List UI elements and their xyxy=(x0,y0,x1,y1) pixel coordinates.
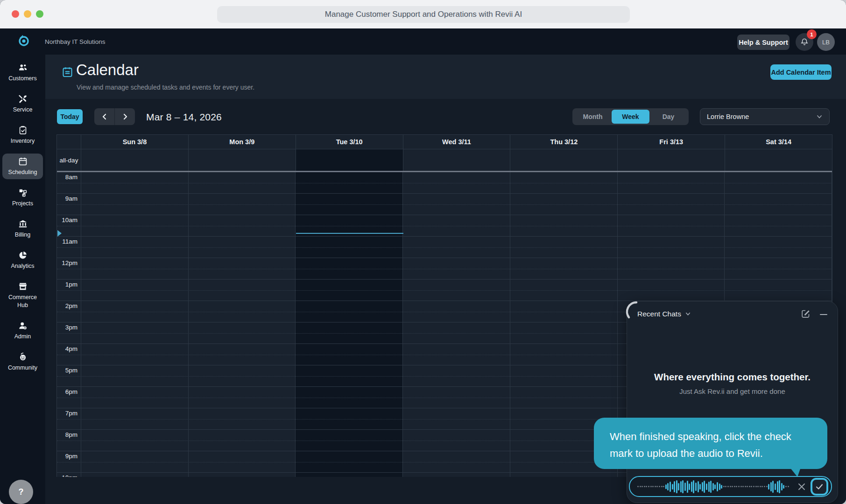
time-slot-cell[interactable] xyxy=(725,172,832,193)
time-slot-cell[interactable] xyxy=(403,237,510,258)
time-slot-cell[interactable] xyxy=(296,194,403,215)
time-slot-cell[interactable] xyxy=(618,258,725,279)
time-slot-cell[interactable] xyxy=(510,280,618,301)
time-slot-cell[interactable] xyxy=(510,365,618,386)
all-day-cell[interactable] xyxy=(510,149,618,171)
time-slot-cell[interactable] xyxy=(296,280,403,301)
minimize-window-button[interactable] xyxy=(24,10,31,18)
time-slot-cell[interactable] xyxy=(81,322,189,343)
time-slot-cell[interactable] xyxy=(725,280,832,301)
time-slot-cell[interactable] xyxy=(81,237,189,258)
time-slot-cell[interactable] xyxy=(725,237,832,258)
time-slot-cell[interactable] xyxy=(403,258,510,279)
time-slot-cell[interactable] xyxy=(81,473,189,477)
time-slot-cell[interactable] xyxy=(81,451,189,472)
time-slot-cell[interactable] xyxy=(725,215,832,236)
time-slot-cell[interactable] xyxy=(81,194,189,215)
time-slot-cell[interactable] xyxy=(81,172,189,193)
time-slot-cell[interactable] xyxy=(189,322,296,343)
all-day-cell[interactable] xyxy=(189,149,296,171)
time-slot-cell[interactable] xyxy=(510,215,618,236)
today-button[interactable]: Today xyxy=(57,109,83,124)
sidebar-item-admin[interactable]: Admin xyxy=(2,318,43,343)
time-slot-cell[interactable] xyxy=(403,280,510,301)
time-slot-cell[interactable] xyxy=(403,408,510,429)
time-slot-cell[interactable] xyxy=(725,258,832,279)
zoom-window-button[interactable] xyxy=(36,10,43,18)
time-slot-cell[interactable] xyxy=(403,322,510,343)
time-slot-cell[interactable] xyxy=(510,322,618,343)
time-slot-cell[interactable] xyxy=(510,473,618,477)
time-slot-cell[interactable] xyxy=(618,172,725,193)
time-slot-cell[interactable] xyxy=(81,430,189,451)
all-day-cell[interactable] xyxy=(403,149,511,171)
time-slot-cell[interactable] xyxy=(296,430,403,451)
sidebar-item-analytics[interactable]: Analytics xyxy=(2,247,43,273)
close-window-button[interactable] xyxy=(12,10,19,18)
time-slot-cell[interactable] xyxy=(403,215,510,236)
time-slot-cell[interactable] xyxy=(189,430,296,451)
time-slot-cell[interactable] xyxy=(618,215,725,236)
time-slot-cell[interactable] xyxy=(296,258,403,279)
time-slot-cell[interactable] xyxy=(189,473,296,477)
previous-week-button[interactable] xyxy=(94,108,115,125)
time-slot-cell[interactable] xyxy=(296,451,403,472)
time-slot-cell[interactable] xyxy=(403,473,510,477)
sidebar-item-customers[interactable]: Customers xyxy=(2,60,43,85)
time-slot-cell[interactable] xyxy=(403,387,510,408)
user-avatar[interactable]: LB xyxy=(817,33,835,51)
time-slot-cell[interactable] xyxy=(403,451,510,472)
time-slot-cell[interactable] xyxy=(189,365,296,386)
view-week-button[interactable]: Week xyxy=(612,110,649,124)
all-day-cell[interactable] xyxy=(618,149,725,171)
new-chat-button[interactable] xyxy=(801,309,811,319)
time-slot-cell[interactable] xyxy=(403,301,510,322)
time-slot-cell[interactable] xyxy=(189,344,296,365)
help-fab-button[interactable]: ? xyxy=(9,480,33,504)
time-slot-cell[interactable] xyxy=(189,280,296,301)
time-slot-cell[interactable] xyxy=(296,301,403,322)
time-slot-cell[interactable] xyxy=(189,451,296,472)
time-slot-cell[interactable] xyxy=(189,387,296,408)
recent-chats-dropdown[interactable]: Recent Chats xyxy=(637,310,691,318)
time-slot-cell[interactable] xyxy=(510,172,618,193)
sidebar-item-projects[interactable]: Projects xyxy=(2,185,43,210)
minimize-chat-button[interactable] xyxy=(819,309,828,319)
time-slot-cell[interactable] xyxy=(618,194,725,215)
time-slot-cell[interactable] xyxy=(618,280,725,301)
time-slot-cell[interactable] xyxy=(81,408,189,429)
time-slot-cell[interactable] xyxy=(403,344,510,365)
time-slot-cell[interactable] xyxy=(403,430,510,451)
sidebar-item-billing[interactable]: Billing xyxy=(2,216,43,242)
time-slot-cell[interactable] xyxy=(189,258,296,279)
time-slot-cell[interactable] xyxy=(510,194,618,215)
cancel-recording-button[interactable] xyxy=(796,481,808,493)
all-day-cell[interactable] xyxy=(81,149,189,171)
sidebar-item-inventory[interactable]: Inventory xyxy=(2,122,43,148)
time-slot-cell[interactable] xyxy=(81,215,189,236)
time-slot-cell[interactable] xyxy=(81,280,189,301)
time-slot-cell[interactable] xyxy=(189,408,296,429)
time-slot-cell[interactable] xyxy=(403,172,510,193)
view-day-button[interactable]: Day xyxy=(649,110,687,124)
time-slot-cell[interactable] xyxy=(81,344,189,365)
time-slot-cell[interactable] xyxy=(189,194,296,215)
upload-audio-button[interactable] xyxy=(811,478,828,496)
time-slot-cell[interactable] xyxy=(296,237,403,258)
sidebar-item-community[interactable]: Community xyxy=(2,349,43,375)
all-day-cell[interactable] xyxy=(725,149,832,171)
time-slot-cell[interactable] xyxy=(510,237,618,258)
view-month-button[interactable]: Month xyxy=(574,110,612,124)
time-slot-cell[interactable] xyxy=(189,172,296,193)
time-slot-cell[interactable] xyxy=(510,344,618,365)
time-slot-cell[interactable] xyxy=(81,365,189,386)
time-slot-cell[interactable] xyxy=(510,301,618,322)
time-slot-cell[interactable] xyxy=(189,301,296,322)
time-slot-cell[interactable] xyxy=(296,322,403,343)
time-slot-cell[interactable] xyxy=(81,258,189,279)
time-slot-cell[interactable] xyxy=(189,237,296,258)
sidebar-item-scheduling[interactable]: Scheduling xyxy=(2,154,43,179)
time-slot-cell[interactable] xyxy=(510,387,618,408)
time-slot-cell[interactable] xyxy=(189,215,296,236)
time-slot-cell[interactable] xyxy=(81,301,189,322)
